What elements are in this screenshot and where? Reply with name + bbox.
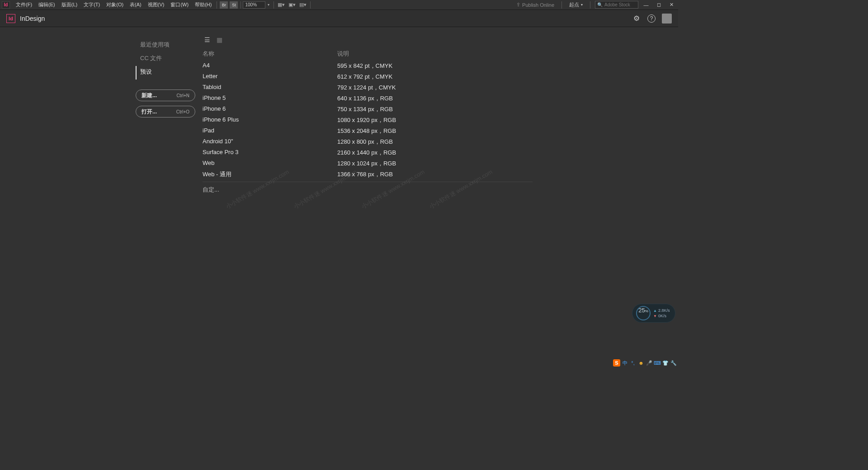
preset-desc: 640 x 1136 px，RGB bbox=[337, 94, 533, 103]
search-icon: 🔍 bbox=[597, 2, 603, 7]
preset-desc: 2160 x 1440 px，RGB bbox=[337, 149, 533, 157]
menu-item[interactable]: 文件(F) bbox=[13, 0, 35, 9]
bridge-icon[interactable]: Br bbox=[220, 1, 228, 9]
stock-icon[interactable]: St bbox=[230, 1, 238, 9]
menu-item[interactable]: 编辑(E) bbox=[35, 0, 58, 9]
app-title-bar: Id InDesign ⚙ ? bbox=[0, 10, 678, 27]
workspace-switcher[interactable]: 起点 ▾ bbox=[566, 1, 585, 8]
menu-item[interactable]: 文字(T) bbox=[80, 0, 103, 9]
upload-icon: ⇪ bbox=[516, 2, 520, 8]
grid-view-icon[interactable]: ▦ bbox=[217, 36, 222, 43]
indesign-logo-icon: Id bbox=[6, 14, 15, 23]
column-header-desc: 说明 bbox=[337, 50, 533, 58]
sidebar-tab[interactable]: CC 文件 bbox=[136, 52, 199, 66]
net-speeds: ▲2.8K/s ▼0K/s bbox=[653, 308, 670, 318]
preset-row[interactable]: iPhone 6750 x 1334 px，RGB bbox=[203, 104, 533, 115]
help-icon[interactable]: ? bbox=[647, 14, 656, 23]
preset-row[interactable]: Letter612 x 792 pt，CMYK bbox=[203, 71, 533, 82]
network-monitor-widget[interactable]: 25% ▲2.8K/s ▼0K/s bbox=[632, 304, 675, 323]
separator bbox=[590, 1, 590, 9]
ime-keyboard-icon[interactable]: ⌨ bbox=[654, 359, 661, 367]
column-header-name: 名称 bbox=[203, 50, 337, 58]
presets-table: 名称 说明 A4595 x 842 pt，CMYKLetter612 x 792… bbox=[203, 48, 533, 195]
preset-row[interactable]: Surface Pro 32160 x 1440 px，RGB bbox=[203, 147, 533, 158]
preset-name: Android 10" bbox=[203, 138, 337, 146]
stock-search-input[interactable] bbox=[604, 2, 636, 7]
user-avatar[interactable] bbox=[662, 14, 672, 24]
ime-lang-icon[interactable]: 中 bbox=[621, 359, 628, 367]
preset-name: Surface Pro 3 bbox=[203, 149, 337, 157]
preset-custom[interactable]: 自定... bbox=[203, 182, 533, 195]
preset-desc: 792 x 1224 pt，CMYK bbox=[337, 84, 533, 92]
upload-arrow-icon: ▲ bbox=[653, 309, 657, 313]
preset-row[interactable]: iPad1536 x 2048 px，RGB bbox=[203, 126, 533, 136]
screen-mode-icon[interactable]: ▣▾ bbox=[288, 1, 297, 9]
preset-row[interactable]: Web1280 x 1024 px，RGB bbox=[203, 158, 533, 169]
cpu-percent: 25% bbox=[636, 306, 651, 320]
sidebar-tab[interactable]: 预设 bbox=[136, 66, 199, 80]
close-button[interactable]: ✕ bbox=[666, 1, 676, 9]
preset-desc: 1080 x 1920 px，RGB bbox=[337, 116, 533, 124]
menu-item[interactable]: 表(A) bbox=[127, 0, 145, 9]
menu-item[interactable]: 视图(V) bbox=[145, 0, 168, 9]
preset-name: Web - 通用 bbox=[203, 170, 337, 179]
app-icon-small: Id bbox=[2, 1, 10, 9]
action-button[interactable]: 打开...Ctrl+O bbox=[136, 106, 195, 118]
menu-item[interactable]: 帮助(H) bbox=[192, 0, 215, 9]
app-title: InDesign bbox=[20, 15, 45, 22]
preset-desc: 1280 x 1024 px，RGB bbox=[337, 160, 533, 168]
sidebar-tab[interactable]: 最近使用项 bbox=[136, 39, 199, 52]
maximize-button[interactable]: ◻ bbox=[654, 1, 664, 9]
adobe-stock-search[interactable]: 🔍 bbox=[595, 1, 638, 9]
action-button[interactable]: 新建...Ctrl+N bbox=[136, 89, 195, 101]
ime-tool-icon[interactable]: 🔧 bbox=[670, 359, 677, 367]
menu-item[interactable]: 版面(L) bbox=[58, 0, 80, 9]
preset-name: iPad bbox=[203, 127, 337, 135]
separator bbox=[274, 1, 274, 9]
preset-name: Tabloid bbox=[203, 84, 337, 92]
preset-name: iPhone 6 Plus bbox=[203, 116, 337, 124]
menu-bar: Id 文件(F)编辑(E)版面(L)文字(T)对象(O)表(A)视图(V)窗口(… bbox=[0, 0, 678, 10]
presets-panel: ☰ ▦ 名称 说明 A4595 x 842 pt，CMYKLetter612 x… bbox=[199, 36, 678, 195]
ime-mic-icon[interactable]: 🎤 bbox=[646, 359, 653, 367]
start-workspace: 最近使用项CC 文件预设 新建...Ctrl+N打开...Ctrl+O ☰ ▦ … bbox=[0, 27, 678, 195]
preset-desc: 612 x 792 pt，CMYK bbox=[337, 73, 533, 81]
sogou-ime-icon[interactable]: S bbox=[613, 359, 620, 367]
menu-item[interactable]: 对象(O) bbox=[103, 0, 127, 9]
preset-desc: 1366 x 768 px，RGB bbox=[337, 170, 533, 179]
preset-row[interactable]: Tabloid792 x 1224 pt，CMYK bbox=[203, 82, 533, 93]
preset-row[interactable]: A4595 x 842 pt，CMYK bbox=[203, 61, 533, 71]
minimize-button[interactable]: — bbox=[641, 1, 651, 9]
preset-name: Web bbox=[203, 160, 337, 168]
preset-name: A4 bbox=[203, 62, 337, 70]
preset-desc: 1280 x 800 px，RGB bbox=[337, 138, 533, 146]
preset-name: iPhone 6 bbox=[203, 105, 337, 113]
preset-desc: 750 x 1334 px，RGB bbox=[337, 105, 533, 113]
separator bbox=[241, 1, 241, 9]
chevron-down-icon: ▾ bbox=[581, 3, 583, 7]
publish-online-button[interactable]: ⇪ Publish Online bbox=[514, 2, 557, 8]
download-arrow-icon: ▼ bbox=[653, 314, 657, 318]
zoom-dropdown-icon[interactable]: ▾ bbox=[265, 1, 272, 9]
ime-punct-icon[interactable]: °, bbox=[629, 359, 637, 367]
preset-row[interactable]: Android 10"1280 x 800 px，RGB bbox=[203, 136, 533, 147]
settings-icon[interactable]: ⚙ bbox=[632, 14, 641, 23]
menu-item[interactable]: 窗口(W) bbox=[167, 0, 192, 9]
view-options-icon[interactable]: ▦▾ bbox=[277, 1, 286, 9]
preset-name: Letter bbox=[203, 73, 337, 81]
start-sidebar: 最近使用项CC 文件预设 新建...Ctrl+N打开...Ctrl+O bbox=[0, 36, 199, 195]
list-view-icon[interactable]: ☰ bbox=[204, 36, 210, 43]
preset-desc: 595 x 842 pt，CMYK bbox=[337, 62, 533, 70]
preset-row[interactable]: Web - 通用1366 x 768 px，RGB bbox=[203, 169, 533, 180]
separator bbox=[217, 1, 217, 9]
separator bbox=[561, 1, 562, 9]
preset-row[interactable]: iPhone 5640 x 1136 px，RGB bbox=[203, 93, 533, 104]
separator bbox=[310, 1, 311, 9]
preset-row[interactable]: iPhone 6 Plus1080 x 1920 px，RGB bbox=[203, 115, 533, 126]
arrange-icon[interactable]: ▤▾ bbox=[298, 1, 307, 9]
system-tray: S 中 °, ☻ 🎤 ⌨ 👕 🔧 bbox=[612, 359, 678, 367]
preset-desc: 1536 x 2048 px，RGB bbox=[337, 127, 533, 135]
ime-emoji-icon[interactable]: ☻ bbox=[637, 359, 645, 367]
ime-skin-icon[interactable]: 👕 bbox=[662, 359, 669, 367]
zoom-level[interactable]: 100% bbox=[243, 1, 265, 9]
